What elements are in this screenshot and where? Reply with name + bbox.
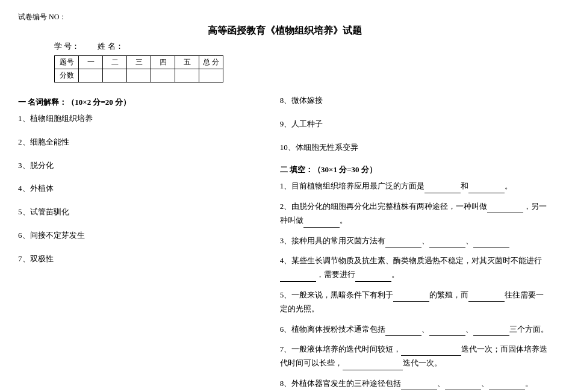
- q10: 10、体细胞无性系变异: [280, 142, 551, 154]
- fill-q3: 3、接种用具的常用灭菌方法有、、: [280, 234, 551, 247]
- q9-num: 9、人工种子: [280, 119, 323, 128]
- q3-num: 3、脱分化: [18, 161, 54, 170]
- score-row-label: 分数: [55, 69, 79, 82]
- q6-num: 6、间接不定芽发生: [18, 231, 85, 240]
- exam-page: 试卷编号 NO： 高等函授教育《植物组织培养》试题 学 号： 姓 名： 题号 一…: [18, 12, 551, 392]
- q8-num: 8、微体嫁接: [280, 96, 323, 105]
- student-label: 学 号：: [54, 41, 79, 52]
- score-header-4: 四: [151, 56, 175, 69]
- fill-q8: 8、外植体器官发生的三种途径包括、、。: [280, 376, 551, 390]
- exam-header: 试卷编号 NO： 高等函授教育《植物组织培养》试题 学 号： 姓 名： 题号 一…: [18, 12, 551, 90]
- q1: 1、植物细胞组织培养: [18, 113, 268, 125]
- fill-q7: 7、一般液体培养的迭代时间较短，迭代一次；而固体培养迭代时间可以长些，迭代一次。: [280, 342, 551, 370]
- score-header-5: 五: [175, 56, 199, 69]
- exam-title: 高等函授教育《植物组织培养》试题: [18, 25, 551, 37]
- blank-3-2: [429, 238, 465, 247]
- section1-title: 一 名词解释：（10×2 分=20 分）: [18, 97, 268, 108]
- score-header-0: 题号: [55, 56, 79, 69]
- score-val-1: [79, 69, 103, 82]
- fill-q4: 4、某些生长调节物质及抗生素、酶类物质遇热不稳定，对其灭菌时不能进行，需要进行。: [280, 254, 551, 282]
- blank-5-2: [468, 292, 505, 302]
- exam-id: 试卷编号 NO：: [18, 12, 66, 22]
- blank-8-2: [445, 381, 481, 390]
- score-header-3: 三: [127, 56, 151, 69]
- left-column: 一 名词解释：（10×2 分=20 分） 1、植物细胞组织培养 2、细胞全能性 …: [18, 95, 274, 392]
- q3: 3、脱分化: [18, 160, 268, 172]
- score-val-4: [151, 69, 175, 82]
- blank-8-1: [401, 381, 437, 390]
- blank-1-1: [424, 184, 461, 193]
- q5-num: 5、试管苗驯化: [18, 207, 69, 216]
- score-val-3: [127, 69, 151, 82]
- q4-num: 4、外植体: [18, 184, 54, 193]
- score-header-total: 总 分: [199, 56, 223, 69]
- blank-4-2: [355, 272, 391, 282]
- q2-num: 2、细胞全能性: [18, 137, 69, 146]
- q7: 7、双极性: [18, 253, 268, 266]
- q4: 4、外植体: [18, 182, 268, 195]
- q9: 9、人工种子: [280, 118, 551, 131]
- q1-num: 1、植物细胞组织培养: [18, 114, 93, 123]
- fill-q1: 1、目前植物组织培养应用最广泛的方面是和。: [280, 179, 551, 193]
- blank-5-1: [393, 292, 429, 302]
- blank-2-1: [487, 204, 523, 213]
- score-val-total: [199, 69, 223, 82]
- student-info: 学 号： 姓 名：: [18, 41, 123, 52]
- fill-q5: 5、一般来说，黑暗条件下有利于的繁殖，而往往需要一定的光照。: [280, 288, 551, 316]
- q10-num: 10、体细胞无性系变异: [280, 143, 358, 152]
- score-table: 题号 一 二 三 四 五 总 分 分数: [54, 55, 223, 82]
- blank-2-2: [303, 218, 340, 228]
- main-content: 一 名词解释：（10×2 分=20 分） 1、植物细胞组织培养 2、细胞全能性 …: [18, 95, 551, 392]
- blank-1-2: [468, 184, 505, 193]
- blank-3-3: [473, 238, 509, 247]
- blank-6-1: [385, 326, 421, 336]
- score-header-2: 二: [103, 56, 127, 69]
- q7-num: 7、双极性: [18, 254, 54, 263]
- q2: 2、细胞全能性: [18, 136, 268, 149]
- blank-4-1: [280, 272, 316, 282]
- q5: 5、试管苗驯化: [18, 206, 268, 219]
- blank-6-3: [473, 326, 509, 336]
- blank-3-1: [385, 238, 421, 247]
- blank-7-1: [401, 346, 461, 356]
- score-header-1: 一: [79, 56, 103, 69]
- section2-title: 二 填空：（30×1 分=30 分）: [280, 164, 551, 175]
- q8: 8、微体嫁接: [280, 95, 551, 107]
- fill-q2: 2、由脱分化的细胞再分化出完整植株有两种途径，一种叫做，另一种叫做。: [280, 199, 551, 228]
- fill-q6: 6、植物离体授粉技术通常包括、、三个方面。: [280, 322, 551, 336]
- q6: 6、间接不定芽发生: [18, 229, 268, 242]
- name-label: 姓 名：: [98, 41, 123, 52]
- blank-7-2: [343, 361, 403, 370]
- score-val-5: [175, 69, 199, 82]
- blank-8-3: [489, 381, 525, 390]
- right-column: 8、微体嫁接 9、人工种子 10、体细胞无性系变异 二 填空：（30×1 分=3…: [274, 95, 551, 392]
- blank-6-2: [429, 326, 465, 336]
- score-val-2: [103, 69, 127, 82]
